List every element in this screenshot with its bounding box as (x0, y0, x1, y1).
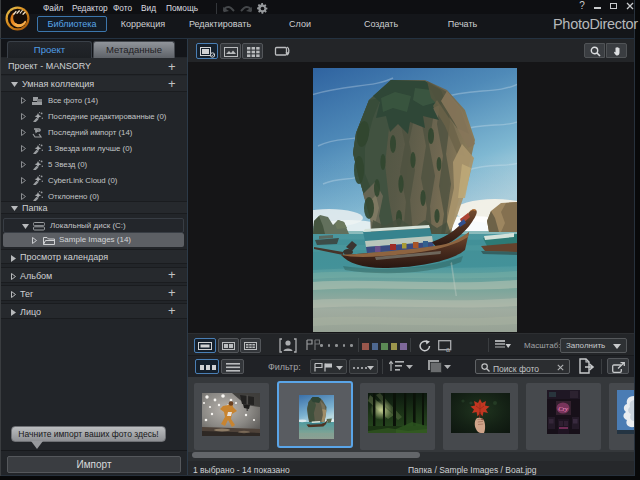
svg-text:a: a (446, 346, 450, 353)
svg-text:Cry: Cry (558, 405, 568, 412)
